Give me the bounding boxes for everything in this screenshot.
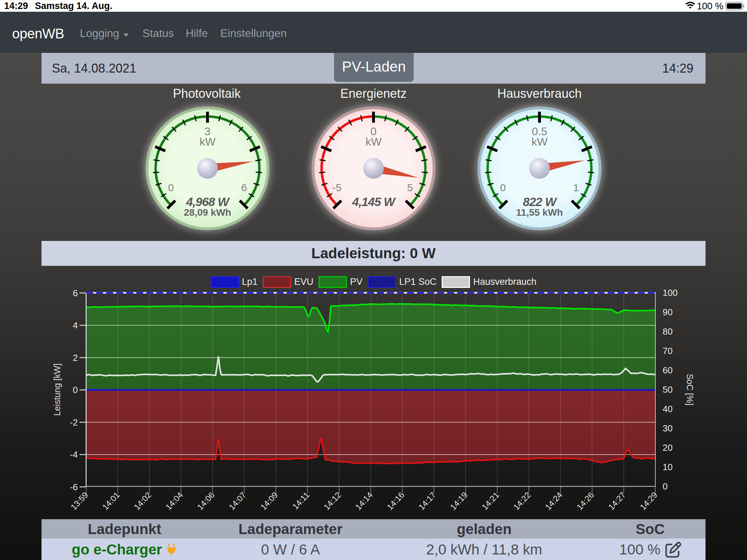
svg-text:13:59: 13:59 <box>69 490 90 512</box>
svg-text:14:19: 14:19 <box>448 490 469 512</box>
svg-text:40: 40 <box>663 404 673 414</box>
svg-text:14:12: 14:12 <box>322 490 343 512</box>
svg-text:14:17: 14:17 <box>417 490 438 512</box>
svg-text:30: 30 <box>663 423 673 433</box>
svg-text:-6: -6 <box>70 482 78 492</box>
svg-text:70: 70 <box>663 346 673 356</box>
svg-text:14:11: 14:11 <box>290 490 311 511</box>
svg-text:20: 20 <box>663 442 673 453</box>
svg-text:14:24: 14:24 <box>543 490 564 512</box>
svg-text:14:16: 14:16 <box>385 490 406 512</box>
svg-text:14:27: 14:27 <box>607 490 628 512</box>
svg-text:SoC [%]: SoC [%] <box>685 374 695 405</box>
svg-text:2: 2 <box>73 353 78 363</box>
svg-text:90: 90 <box>663 307 673 317</box>
svg-text:14:22: 14:22 <box>511 490 533 512</box>
svg-text:Leistung [kW]: Leistung [kW] <box>52 363 62 416</box>
svg-text:14:02: 14:02 <box>132 490 153 512</box>
svg-text:14:07: 14:07 <box>227 490 248 512</box>
svg-text:100: 100 <box>663 288 677 298</box>
svg-text:-4: -4 <box>70 449 78 460</box>
svg-text:14:14: 14:14 <box>353 490 375 512</box>
svg-text:14:04: 14:04 <box>164 490 185 512</box>
svg-text:60: 60 <box>663 365 673 375</box>
svg-text:14:01: 14:01 <box>100 490 121 512</box>
svg-text:6: 6 <box>73 288 78 298</box>
svg-text:14:09: 14:09 <box>259 490 280 512</box>
svg-text:0: 0 <box>73 385 78 395</box>
svg-text:14:26: 14:26 <box>575 490 596 512</box>
svg-text:0: 0 <box>663 481 667 492</box>
svg-text:80: 80 <box>663 326 673 337</box>
svg-text:10: 10 <box>663 462 673 472</box>
svg-text:14:06: 14:06 <box>195 490 216 512</box>
svg-text:14:21: 14:21 <box>480 490 501 512</box>
svg-text:14:29: 14:29 <box>638 490 659 512</box>
svg-text:4: 4 <box>73 320 78 330</box>
svg-text:50: 50 <box>663 384 673 395</box>
svg-text:-2: -2 <box>70 417 78 428</box>
